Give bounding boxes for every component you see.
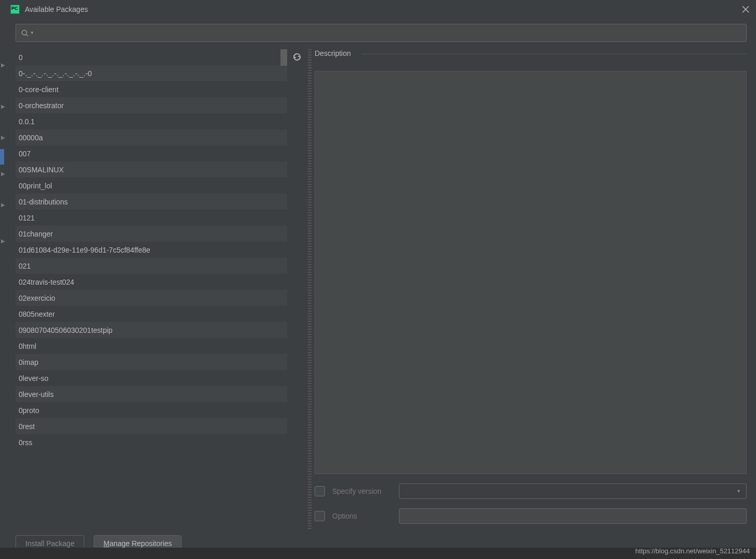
options-checkbox[interactable] — [315, 511, 325, 521]
watermark: https://blog.csdn.net/weixin_52112944 — [635, 547, 750, 555]
available-packages-dialog: Available Packages ▼ 00-._.-._.-._.-._.-… — [6, 0, 756, 559]
search-icon — [21, 30, 28, 37]
fold-arrow-icon: ▶ — [1, 202, 5, 208]
refresh-button[interactable] — [292, 52, 303, 63]
package-list[interactable]: 00-._.-._.-._.-._.-._.-._.-00-core-clien… — [16, 49, 287, 529]
ide-left-gutter: ▶ ▶ ▶ ▶ ▶ ▶ — [0, 0, 6, 559]
close-icon — [742, 6, 749, 13]
package-row[interactable]: 0.0.1 — [16, 113, 287, 129]
package-row[interactable]: 00000a — [16, 129, 287, 145]
package-row[interactable]: 01changer — [16, 226, 287, 242]
package-row[interactable]: 0-core-client — [16, 81, 287, 97]
description-label: Description — [315, 49, 353, 57]
package-row[interactable]: 0-orchestrator — [16, 97, 287, 113]
package-row[interactable]: 0121 — [16, 210, 287, 226]
package-row[interactable]: 0rss — [16, 434, 287, 450]
fold-arrow-icon: ▶ — [1, 238, 5, 244]
package-list-panel: 00-._.-._.-._.-._.-._.-._.-00-core-clien… — [16, 49, 287, 529]
options-label: Options — [332, 512, 392, 520]
package-row[interactable]: 0lever-utils — [16, 386, 287, 402]
search-row: ▼ — [6, 19, 756, 44]
splitter[interactable] — [308, 49, 312, 529]
package-row[interactable]: 0rest — [16, 418, 287, 434]
chevron-down-icon: ▼ — [736, 489, 741, 494]
dialog-title: Available Packages — [25, 5, 88, 13]
description-body — [315, 71, 747, 474]
details-panel: Description Specify version ▼ Options — [312, 49, 747, 529]
refresh-column — [287, 49, 308, 529]
package-row[interactable]: 01d61084-d29e-11e9-96d1-7c5cf84ffe8e — [16, 242, 287, 258]
scrollbar-thumb[interactable] — [280, 49, 287, 66]
svg-line-3 — [26, 34, 28, 36]
dialog-titlebar: Available Packages — [6, 0, 756, 19]
package-row[interactable]: 02exercicio — [16, 290, 287, 306]
fold-arrow-icon: ▶ — [1, 62, 5, 68]
install-package-label: Install Package — [25, 539, 75, 548]
gutter-highlight — [0, 149, 4, 165]
package-row[interactable]: 090807040506030201testpip — [16, 322, 287, 338]
fold-arrow-icon: ▶ — [1, 171, 5, 176]
package-row[interactable]: 0html — [16, 338, 287, 354]
version-combo[interactable]: ▼ — [399, 483, 747, 499]
dialog-content: 00-._.-._.-._.-._.-._.-._.-00-core-clien… — [6, 44, 756, 529]
package-row[interactable]: 0 — [16, 49, 287, 65]
package-row[interactable]: 0-._.-._.-._.-._.-._.-._.-0 — [16, 65, 287, 81]
svg-point-2 — [22, 30, 27, 35]
specify-version-checkbox[interactable] — [315, 486, 325, 496]
manage-repositories-label: Manage Repositories — [103, 539, 172, 548]
options-input[interactable] — [399, 508, 747, 524]
refresh-icon — [292, 52, 302, 62]
package-row[interactable]: 01-distributions — [16, 194, 287, 210]
package-row[interactable]: 024travis-test024 — [16, 274, 287, 290]
search-input[interactable]: ▼ — [16, 24, 747, 42]
fold-arrow-icon: ▶ — [1, 104, 5, 109]
chevron-down-icon[interactable]: ▼ — [30, 31, 34, 35]
fold-arrow-icon: ▶ — [1, 135, 5, 140]
package-row[interactable]: 0proto — [16, 402, 287, 418]
close-button[interactable] — [739, 3, 752, 16]
pycharm-icon — [10, 5, 20, 14]
options-row: Options — [315, 508, 747, 524]
specify-version-row: Specify version ▼ — [315, 483, 747, 499]
package-row[interactable]: 0lever-so — [16, 370, 287, 386]
package-row[interactable]: 0imap — [16, 354, 287, 370]
description-section-header: Description — [315, 49, 747, 58]
package-row[interactable]: 0805nexter — [16, 306, 287, 322]
package-row[interactable]: 00SMALINUX — [16, 161, 287, 178]
install-options: Specify version ▼ Options — [315, 474, 747, 529]
specify-version-label: Specify version — [332, 487, 392, 495]
package-row[interactable]: 00print_lol — [16, 178, 287, 194]
package-row[interactable]: 021 — [16, 258, 287, 274]
package-row[interactable]: 007 — [16, 145, 287, 161]
